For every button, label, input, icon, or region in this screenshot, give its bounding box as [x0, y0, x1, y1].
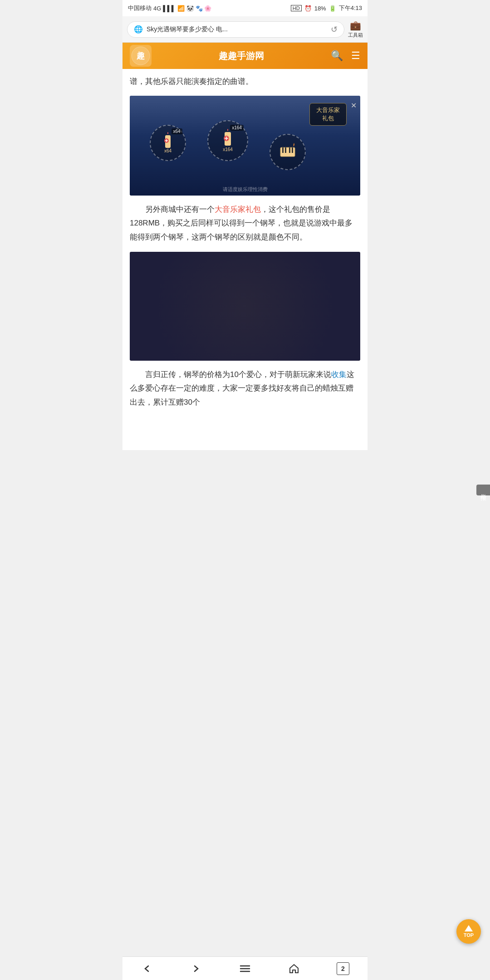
shop-title-line1: 大音乐家: [316, 106, 340, 114]
article1-text: 另外商城中还有一个: [145, 205, 215, 214]
svg-text:x164: x164: [223, 147, 233, 152]
shop-image: ✕ 大音乐家 礼包 x64: [130, 96, 360, 196]
shop-title-line2: 礼包: [316, 114, 340, 122]
intro-text: 谱，其他乐器只能演奏指定的曲谱。: [130, 75, 360, 88]
item1-count: x64: [172, 128, 182, 134]
signal-bars: ▌▌▌: [163, 5, 176, 12]
reload-icon[interactable]: ↺: [331, 24, 338, 34]
site-icons: 🔍 ☰: [331, 50, 360, 62]
url-box[interactable]: 🌐 Sky光遇钢琴要多少爱心 电... ↺: [127, 21, 344, 38]
svg-text:趣: 趣: [136, 51, 145, 60]
svg-rect-9: [282, 147, 284, 153]
search-icon[interactable]: 🔍: [331, 50, 343, 62]
battery-icon: 🔋: [329, 5, 336, 12]
toolbox-icon: 💼: [350, 20, 361, 31]
shop-close-btn[interactable]: ✕: [351, 101, 357, 110]
toolbox-label: 工具箱: [348, 32, 363, 39]
svg-text:x64: x64: [164, 148, 172, 153]
svg-rect-10: [285, 147, 286, 153]
svg-rect-11: [289, 147, 290, 153]
skill-bg: [130, 252, 360, 361]
site-header: 趣 趣趣手游网 🔍 ☰: [122, 43, 368, 69]
status-bar: 中国移动 4G ▌▌▌ 📶 🐼 🐾 🌸 HD ⏰ 18% 🔋 下午4:13: [122, 0, 368, 16]
battery-level: 18%: [314, 5, 326, 12]
shop-title-box: 大音乐家 礼包: [309, 103, 347, 126]
site-logo[interactable]: 趣: [130, 45, 152, 67]
item2-count: x164: [230, 125, 244, 131]
shop-item-circle-1: x64 x64: [150, 125, 186, 161]
time-display: 下午4:13: [339, 4, 362, 12]
main-content: 谱，其他乐器只能演奏指定的曲谱。 ✕ 大音乐家 礼包: [122, 69, 368, 450]
highlight-music-pack: 大音乐家礼包: [215, 205, 261, 214]
toolbox-button[interactable]: 💼 工具箱: [348, 20, 363, 39]
svg-rect-12: [292, 147, 293, 153]
alarm-icon: ⏰: [304, 5, 312, 12]
skill-image: Lv4 Lv3: [130, 252, 360, 361]
menu-icon[interactable]: ☰: [351, 50, 360, 62]
extra-icons: 🐼 🐾 🌸: [186, 5, 211, 12]
signal-4g: 4G: [153, 5, 161, 12]
article-paragraph-2: 言归正传，钢琴的价格为10个爱心，对于萌新玩家来说收集这么多爱心存在一定的难度，…: [130, 368, 360, 410]
hd-badge: HD: [291, 5, 302, 11]
site-title: 趣趣手游网: [152, 50, 331, 62]
article2-text: 言归正传，钢琴的价格为10个爱心，对于萌新玩家来说: [145, 370, 331, 379]
shop-image-container: ✕ 大音乐家 礼包 x64: [130, 96, 360, 196]
carrier-label: 中国移动: [128, 4, 152, 12]
shop-footer-text: 请适度娱乐理性消费: [130, 186, 360, 193]
wifi-icon: 📶: [177, 5, 185, 12]
page-bottom-space: [130, 416, 360, 444]
skill-image-container: Lv4 Lv3: [130, 252, 360, 361]
article-paragraph-1: 另外商城中还有一个大音乐家礼包，这个礼包的售价是128RMB，购买之后同样可以得…: [130, 203, 360, 245]
browser-bar: 🌐 Sky光遇钢琴要多少爱心 电... ↺ 💼 工具箱: [122, 16, 368, 43]
status-right: HD ⏰ 18% 🔋 下午4:13: [291, 4, 362, 12]
shop-item-circle-2: x164 x164: [207, 120, 248, 161]
globe-icon: 🌐: [134, 25, 143, 34]
shop-item-circle-3: [270, 134, 306, 170]
url-text: Sky光遇钢琴要多少爱心 电...: [147, 25, 327, 34]
status-left: 中国移动 4G ▌▌▌ 📶 🐼 🐾 🌸: [128, 4, 211, 12]
highlight-collect: 收集: [331, 370, 347, 379]
